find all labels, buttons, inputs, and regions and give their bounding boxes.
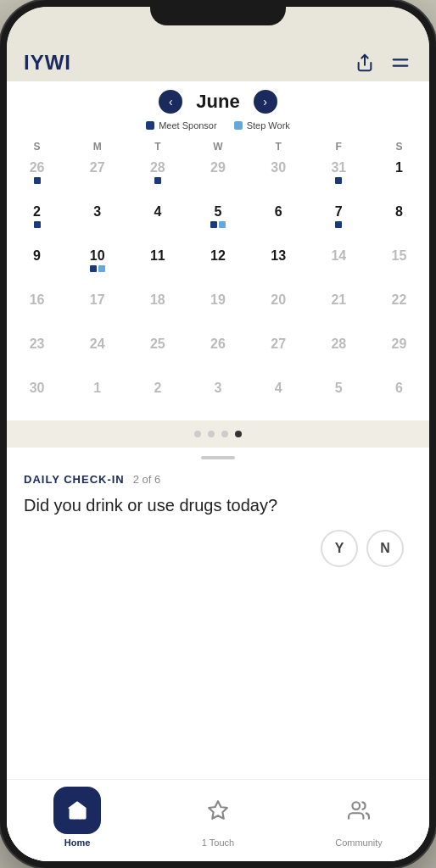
day-number: 11: [127, 248, 187, 264]
day-number: 6: [249, 203, 309, 220]
app-header: IYWI: [7, 44, 429, 81]
month-title: June: [196, 91, 239, 113]
share-icon[interactable]: [353, 51, 377, 75]
calendar-day[interactable]: 26: [7, 156, 67, 200]
calendar-day[interactable]: 28: [309, 332, 369, 376]
day-number: 17: [67, 292, 127, 308]
weekday-mon: M: [67, 137, 127, 156]
calendar-week-2: 9101112131415: [7, 244, 429, 288]
notch: [150, 0, 286, 25]
calendar-day[interactable]: 26: [187, 332, 248, 376]
home-icon: [66, 799, 88, 821]
event-dot: [154, 177, 161, 184]
calendar-day[interactable]: 29: [187, 156, 248, 200]
next-month-button[interactable]: ›: [254, 90, 277, 114]
calendar-grid: S M T W T F S 26272829303112345678910111…: [7, 137, 429, 420]
calendar-day[interactable]: 17: [67, 288, 127, 332]
calendar-day[interactable]: 2: [7, 200, 67, 244]
calendar-day[interactable]: 1: [369, 156, 429, 200]
calendar-day[interactable]: 21: [309, 288, 369, 332]
calendar-day[interactable]: 8: [369, 200, 429, 244]
calendar-day[interactable]: 2: [127, 376, 187, 420]
day-dots: [309, 177, 369, 184]
calendar-day[interactable]: 16: [7, 288, 67, 332]
yes-button[interactable]: Y: [321, 530, 358, 567]
calendar-day[interactable]: 12: [187, 244, 248, 288]
calendar-day[interactable]: 14: [309, 244, 369, 288]
calendar-week-1: 2345678: [7, 200, 429, 244]
calendar-day[interactable]: 19: [187, 288, 248, 332]
nav-label-home: Home: [64, 837, 91, 848]
nav-item-home[interactable]: Home: [48, 787, 107, 848]
calendar-day[interactable]: 13: [249, 244, 309, 288]
calendar-day[interactable]: 28: [127, 156, 187, 200]
onetouch-icon-wrap: [194, 787, 242, 834]
event-dot: [335, 177, 342, 184]
nav-item-onetouch[interactable]: 1 Touch: [188, 787, 248, 848]
calendar-day[interactable]: 30: [7, 376, 67, 420]
day-number: 26: [7, 159, 67, 175]
calendar-day[interactable]: 1: [67, 376, 127, 420]
calendar-section: ‹ June › Meet Sponsor Step Work: [7, 81, 429, 420]
calendar-day[interactable]: 30: [249, 156, 309, 200]
no-button[interactable]: N: [366, 530, 404, 567]
day-number: 1: [369, 159, 429, 175]
nav-item-community[interactable]: Community: [329, 787, 388, 848]
calendar-day[interactable]: 4: [249, 376, 309, 420]
calendar-day[interactable]: 29: [369, 332, 429, 376]
event-dot: [210, 221, 217, 228]
day-number: 18: [127, 292, 187, 308]
indicator-2: [208, 431, 215, 437]
day-number: 5: [309, 380, 369, 396]
calendar-day[interactable]: 18: [127, 288, 187, 332]
screen: IYWI: [7, 7, 429, 861]
calendar-day[interactable]: 6: [249, 200, 309, 244]
legend-label-step-work: Step Work: [247, 120, 290, 131]
day-number: 9: [7, 248, 67, 264]
calendar-day[interactable]: 9: [7, 244, 67, 288]
calendar-day[interactable]: 3: [67, 200, 127, 244]
calendar-day[interactable]: 7: [309, 200, 369, 244]
day-number: 2: [127, 380, 187, 396]
check-in-header: DAILY CHECK-IN 2 of 6: [24, 473, 412, 486]
calendar-day[interactable]: 5: [309, 376, 369, 420]
calendar-day[interactable]: 15: [369, 244, 429, 288]
day-number: 2: [7, 203, 67, 220]
calendar-day[interactable]: 4: [127, 200, 187, 244]
legend-dot-step-work: [234, 121, 243, 130]
day-number: 28: [127, 159, 187, 175]
calendar-week-4: 23242526272829: [7, 332, 429, 376]
bottom-nav: Home 1 Touch: [7, 779, 429, 861]
weekday-sat: S: [369, 137, 429, 156]
calendar-day[interactable]: 20: [249, 288, 309, 332]
day-number: 23: [7, 336, 67, 352]
calendar-day[interactable]: 31: [309, 156, 369, 200]
calendar-day[interactable]: 22: [369, 288, 429, 332]
calendar-day[interactable]: 11: [127, 244, 187, 288]
prev-month-button[interactable]: ‹: [159, 90, 182, 114]
calendar-day[interactable]: 5: [187, 200, 248, 244]
onetouch-icon: [207, 799, 229, 821]
calendar-day[interactable]: 25: [127, 332, 187, 376]
calendar-day[interactable]: 3: [187, 376, 248, 420]
weekday-header-row: S M T W T F S: [7, 137, 429, 156]
calendar-day[interactable]: 27: [249, 332, 309, 376]
day-number: 31: [309, 159, 369, 175]
legend-meet-sponsor: Meet Sponsor: [146, 120, 216, 131]
day-number: 21: [309, 292, 369, 308]
calendar-day[interactable]: 6: [369, 376, 429, 420]
day-number: 8: [369, 203, 429, 220]
indicator-3: [221, 431, 228, 437]
day-number: 14: [309, 248, 369, 264]
day-number: 3: [187, 380, 248, 396]
day-number: 29: [187, 159, 248, 175]
indicator-1: [194, 431, 201, 437]
calendar-day[interactable]: 23: [7, 332, 67, 376]
legend: Meet Sponsor Step Work: [7, 117, 429, 137]
yn-buttons: Y N: [321, 530, 404, 567]
menu-icon[interactable]: [388, 51, 412, 75]
calendar-day[interactable]: 27: [67, 156, 127, 200]
event-dot: [90, 265, 97, 272]
calendar-day[interactable]: 24: [67, 332, 127, 376]
calendar-day[interactable]: 10: [67, 244, 127, 288]
